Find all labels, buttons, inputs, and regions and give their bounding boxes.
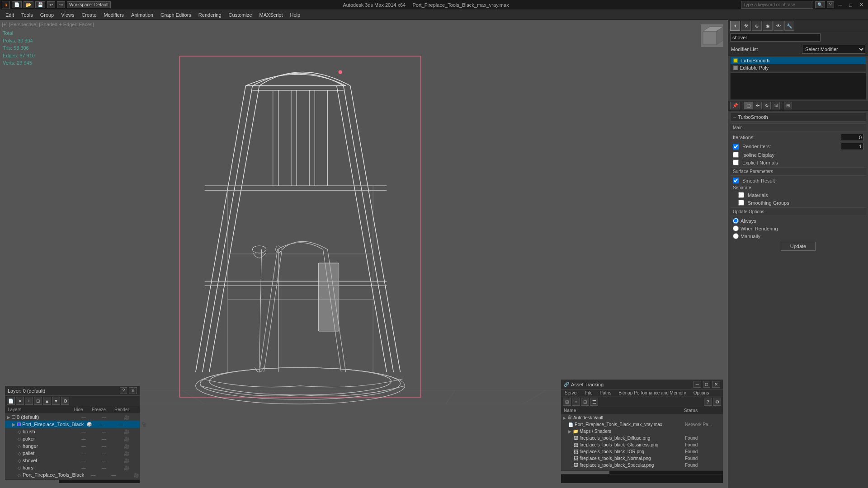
layers-scrollbar[interactable] — [5, 479, 140, 483]
always-radio[interactable] — [733, 218, 739, 224]
update-btn[interactable]: Update — [781, 242, 816, 251]
asset-item-maps[interactable]: ▶ 📁 Maps / Shaders — [561, 428, 723, 435]
asset-menu-options[interactable]: Options — [692, 390, 711, 396]
scale-btn[interactable]: ⇲ — [772, 102, 780, 109]
asset-item-diffuse[interactable]: 🖼 fireplace's_tools_black_Diffuse.png Fo… — [561, 435, 723, 441]
asset-btn-1[interactable]: ⊞ — [563, 398, 571, 406]
menu-modifiers[interactable]: Modifiers — [100, 11, 127, 19]
layer-select-btn[interactable]: ⊡ — [34, 397, 42, 405]
pin-btn[interactable]: 📌 — [730, 102, 740, 109]
asset-item-normal[interactable]: 🖼 fireplace's_tools_black_Normal.png Fou… — [561, 455, 723, 462]
title-bar: 3 📄 📂 💾 ↩ ↪ Workspace: Default Autodesk … — [0, 0, 868, 10]
asset-close-btn[interactable]: ✕ — [712, 381, 720, 388]
minimize-btn[interactable]: ─ — [836, 2, 845, 8]
modify-tab-icon[interactable]: ⚒ — [741, 21, 751, 31]
asset-help-btn[interactable]: ? — [704, 398, 712, 406]
menu-animation[interactable]: Animation — [127, 11, 157, 19]
layer-down-btn[interactable]: ▼ — [52, 397, 60, 405]
layer-options-btn[interactable]: ⚙ — [61, 397, 69, 405]
layers-close-btn[interactable]: ✕ — [129, 387, 137, 394]
modifier-item-editable-poly[interactable]: Editable Poly — [731, 64, 866, 71]
workspace-btn[interactable]: Workspace: Default — [67, 1, 111, 8]
smooth-result-checkbox[interactable] — [733, 178, 739, 183]
layer-item-default[interactable]: ▶ 0 (default) — — 🎥 — [5, 413, 140, 421]
asset-item-max-file[interactable]: 📄 Port_Fireplace_Tools_Black_max_vray.ma… — [561, 421, 723, 428]
move-btn[interactable]: ✛ — [754, 102, 762, 109]
new-file-btn[interactable]: 📄 — [12, 1, 22, 8]
layers-help-btn[interactable]: ? — [120, 387, 127, 394]
layer-item-pallet[interactable]: ◇ pallet — — 🎥 — [5, 450, 140, 457]
isoline-checkbox[interactable] — [733, 152, 739, 158]
asset-settings-btn[interactable]: ⚙ — [713, 398, 721, 406]
motion-tab-icon[interactable]: ◉ — [763, 21, 773, 31]
smoothing-groups-checkbox[interactable] — [738, 200, 744, 206]
asset-minimize-btn[interactable]: ─ — [693, 381, 701, 388]
utilities-tab-icon[interactable]: 🔧 — [784, 21, 794, 31]
when-rendering-radio[interactable] — [733, 225, 739, 231]
asset-maximize-btn[interactable]: □ — [703, 381, 710, 388]
layer-up-btn[interactable]: ▲ — [43, 397, 51, 405]
select-btn[interactable]: ▢ — [744, 102, 753, 109]
asset-search-input[interactable] — [561, 474, 723, 481]
explicit-normals-checkbox[interactable] — [733, 160, 739, 165]
title-bar-left: 3 📄 📂 💾 ↩ ↪ Workspace: Default — [2, 1, 111, 9]
layer-item-port-fireplace-obj[interactable]: ◇ Port_Fireplace_Tools_Black — — 🎥 — [5, 471, 140, 479]
layer-add-btn[interactable]: + — [25, 397, 33, 405]
layer-new-btn[interactable]: 📄 — [7, 397, 15, 405]
redo-btn[interactable]: ↪ — [57, 1, 65, 8]
hierarchy-tab-icon[interactable]: ⊕ — [752, 21, 762, 31]
menu-create[interactable]: Create — [78, 11, 100, 19]
menu-maxscript[interactable]: MAXScript — [256, 11, 287, 19]
render-iters-input[interactable] — [841, 143, 863, 150]
search-input[interactable] — [741, 1, 813, 9]
obj-name-input[interactable] — [730, 33, 821, 42]
menu-views[interactable]: Views — [57, 11, 78, 19]
menu-tools[interactable]: Tools — [18, 11, 37, 19]
help-btn[interactable]: ? — [827, 1, 834, 8]
search-btn[interactable]: 🔍 — [815, 1, 825, 8]
modifier-item-turbosmooth[interactable]: TurboSmooth — [731, 57, 866, 64]
menu-group[interactable]: Group — [37, 11, 58, 19]
layer-item-port-fireplace[interactable]: ▶ Port_Fireplace_Tools_Black 🎲 — — 🎥 — [5, 421, 140, 428]
rotate-btn[interactable]: ↻ — [763, 102, 771, 109]
asset-btn-2[interactable]: ≡ — [572, 398, 580, 406]
asset-menu-file[interactable]: File — [583, 390, 594, 396]
asset-item-specular[interactable]: 🖼 fireplace's_tools_black_Specular.png F… — [561, 462, 723, 469]
layer-item-poker[interactable]: ◇ poker — — 🎥 — [5, 435, 140, 442]
asset-menu-server[interactable]: Server — [563, 390, 580, 396]
undo-btn[interactable]: ↩ — [47, 1, 55, 8]
grid-btn[interactable]: ⊞ — [784, 102, 792, 109]
modifier-dropdown[interactable]: Select Modifier — [802, 45, 865, 54]
menu-rendering[interactable]: Rendering — [195, 11, 225, 19]
save-file-btn[interactable]: 💾 — [35, 1, 45, 8]
asset-item-glossiness[interactable]: 🖼 fireplace's_tools_black_Glossiness.png… — [561, 441, 723, 448]
layer-item-hairs[interactable]: ◇ hairs — — 🎥 — [5, 464, 140, 471]
layer-item-brush[interactable]: ◇ brush — — 🎥 — [5, 428, 140, 435]
layer-item-hanger[interactable]: ◇ hanger — — 🎥 — [5, 442, 140, 450]
layer-item-shovel[interactable]: ◇ shovel — — 🎥 — [5, 457, 140, 464]
turbosmooth-header[interactable]: ─ TurboSmooth — [730, 113, 866, 122]
menu-edit[interactable]: Edit — [2, 11, 18, 19]
asset-scrollbar[interactable] — [561, 470, 723, 474]
asset-menu-paths[interactable]: Paths — [598, 390, 613, 396]
asset-item-ior[interactable]: 🖼 fireplace's_tools_black_IOR.png Found — [561, 448, 723, 455]
menu-customize[interactable]: Customize — [225, 11, 256, 19]
asset-btn-4[interactable]: ☰ — [590, 398, 598, 406]
obj-icon-brush: ◇ — [18, 429, 21, 434]
render-iters-checkbox[interactable] — [733, 144, 739, 150]
asset-menu-bitmap[interactable]: Bitmap Performance and Memory — [617, 390, 688, 396]
open-file-btn[interactable]: 📂 — [24, 1, 33, 8]
close-btn[interactable]: ✕ — [857, 1, 866, 8]
menu-help[interactable]: Help — [287, 11, 304, 19]
display-tab-icon[interactable]: 👁 — [774, 21, 783, 31]
maximize-btn[interactable]: □ — [846, 2, 855, 8]
asset-btn-3[interactable]: ⊟ — [581, 398, 589, 406]
iterations-input[interactable] — [841, 134, 863, 141]
asset-item-vault[interactable]: ▶ 🏛 Autodesk Vault — [561, 414, 723, 421]
create-tab-icon[interactable]: ✦ — [730, 21, 740, 31]
layer-delete-btn[interactable]: ✕ — [16, 397, 24, 405]
materials-checkbox[interactable] — [738, 192, 744, 198]
manually-radio[interactable] — [733, 233, 739, 239]
viewport-cube[interactable] — [701, 24, 723, 47]
menu-graph-editors[interactable]: Graph Editors — [157, 11, 195, 19]
